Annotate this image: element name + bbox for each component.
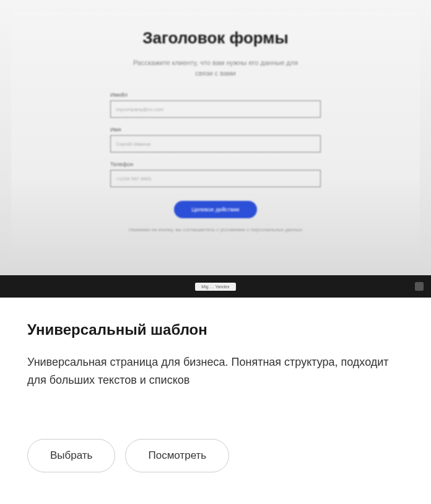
field-label: Имейл xyxy=(110,92,321,98)
form-field-name: Имя xyxy=(110,126,321,153)
template-description: Универсальная страница для бизнеса. Поня… xyxy=(27,353,404,389)
form-footnote: Нажимая на кнопку, вы соглашаетесь с усл… xyxy=(129,227,302,232)
email-input xyxy=(110,100,321,118)
field-label: Имя xyxy=(110,126,321,133)
form-submit-button: Целевое действие xyxy=(174,201,257,218)
preview-bottom-bar: Mig … Yandex xyxy=(0,275,431,298)
expand-icon xyxy=(415,282,424,291)
form-title: Заголовок формы xyxy=(142,29,289,48)
template-info: Универсальный шаблон Универсальная стран… xyxy=(0,298,431,491)
select-button[interactable]: Выбрать xyxy=(27,439,115,472)
form-field-email: Имейл xyxy=(110,92,321,118)
name-input xyxy=(110,135,321,153)
form-subtitle: Расскажите клиенту, что вам нужны его да… xyxy=(129,58,302,78)
preview-badge: Mig … Yandex xyxy=(195,283,235,291)
form-field-phone: Телефон xyxy=(110,161,321,187)
template-title: Универсальный шаблон xyxy=(27,321,404,338)
template-preview: Заголовок формы Расскажите клиенту, что … xyxy=(0,0,431,298)
phone-input xyxy=(110,170,321,187)
field-label: Телефон xyxy=(110,161,321,167)
action-buttons: Выбрать Посмотреть xyxy=(27,439,404,472)
template-card: Заголовок формы Расскажите клиенту, что … xyxy=(0,0,431,491)
view-button[interactable]: Посмотреть xyxy=(125,439,229,472)
preview-content: Заголовок формы Расскажите клиенту, что … xyxy=(11,11,420,286)
